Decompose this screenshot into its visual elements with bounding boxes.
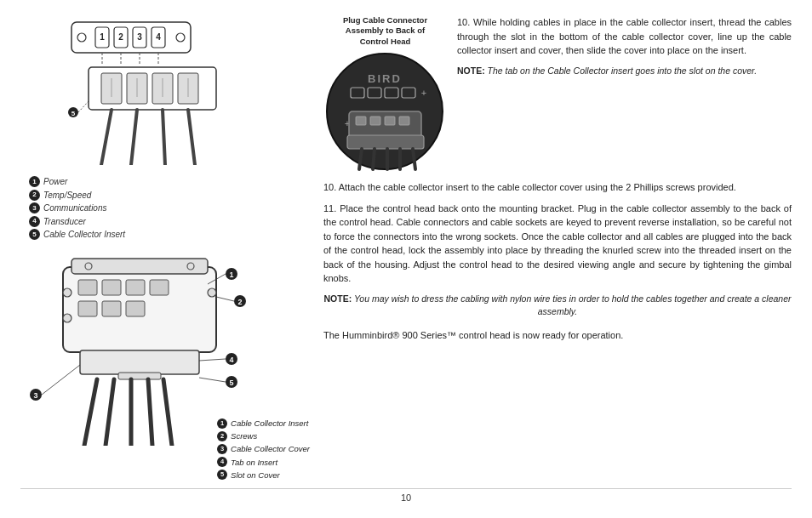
- svg-rect-77: [370, 117, 380, 125]
- svg-point-44: [63, 314, 71, 322]
- legend-label-3: Communications: [43, 202, 106, 215]
- svg-line-25: [131, 110, 137, 165]
- page-number: 10: [401, 492, 411, 503]
- legend-item-3: 3 Communications: [29, 202, 310, 215]
- page-container: 1 2 3 4: [0, 0, 812, 518]
- svg-rect-0: [71, 22, 191, 53]
- legend-num-5: 5: [29, 229, 40, 240]
- svg-rect-35: [78, 280, 97, 295]
- bottom-legend-num-4: 4: [217, 457, 227, 467]
- bottom-legend-label-3: Cable Collector Cover: [231, 442, 310, 455]
- svg-text:1: 1: [100, 32, 105, 42]
- svg-line-60: [42, 365, 80, 395]
- svg-text:2: 2: [237, 298, 242, 306]
- legend-num-4: 4: [29, 216, 40, 227]
- svg-point-2: [176, 33, 185, 42]
- legend-item-4: 4 Transducer: [29, 215, 310, 229]
- bottom-legend-label-5: Slot on Cover: [231, 469, 280, 481]
- svg-text:1: 1: [229, 270, 233, 279]
- bottom-legend-list: 1 Cable Collector Insert 2 Screws 3 Cabl…: [217, 417, 310, 481]
- legend-num-2: 2: [29, 190, 40, 201]
- svg-line-27: [188, 110, 195, 165]
- legend-label-4: Transducer: [43, 215, 86, 229]
- svg-text:5: 5: [229, 379, 233, 387]
- step10b-num: 10.: [323, 182, 339, 192]
- step11-num: 11.: [323, 203, 340, 213]
- svg-text:4: 4: [229, 356, 233, 364]
- svg-point-43: [208, 288, 216, 297]
- bottom-legend-num-3: 3: [217, 444, 227, 454]
- bottom-diagram-area: 1 2 3 4 5: [20, 250, 310, 482]
- svg-rect-45: [80, 350, 199, 374]
- note2-label: NOTE:: [323, 293, 352, 304]
- step10b-text: 10. Attach the cable collector insert to…: [323, 180, 792, 195]
- connector-head-diagram: 1 2 3 4: [46, 15, 216, 65]
- svg-text:BIRD: BIRD: [368, 72, 402, 85]
- page-footer: 10: [20, 488, 792, 503]
- plug-section: Plug Cable Connector Assembly to Back of…: [323, 15, 792, 174]
- svg-point-42: [63, 288, 71, 297]
- bottom-legend-num-5: 5: [217, 470, 227, 480]
- legend-item-5: 5 Cable Collector Insert: [29, 228, 310, 242]
- note2-content: You may wish to dress the cabling with n…: [352, 293, 791, 316]
- legend-num-1: 1: [29, 176, 40, 187]
- svg-rect-40: [102, 301, 121, 316]
- bottom-legend-label-1: Cable Collector Insert: [231, 417, 308, 430]
- bottom-cable-diagram: 1 2 3 4 5: [20, 250, 284, 446]
- svg-line-48: [106, 379, 114, 446]
- bottom-legend-num-2: 2: [217, 431, 227, 441]
- step10-num: 10.: [457, 17, 473, 27]
- svg-line-82: [373, 149, 375, 169]
- bottom-legend-item-4: 4 Tab on Insert: [217, 456, 310, 469]
- svg-text:3: 3: [33, 391, 37, 400]
- bottom-legend-num-1: 1: [217, 418, 227, 429]
- main-content: 1 2 3 4: [20, 15, 792, 481]
- legend-label-1: Power: [43, 175, 67, 189]
- left-column: 1 2 3 4: [20, 15, 310, 481]
- legend-item-2: 2 Temp/Speed: [29, 189, 310, 202]
- plug-back-diagram: BIRD + +: [323, 50, 447, 174]
- step10-block: 10. While holding cables in place in the…: [457, 15, 792, 174]
- step10b-content: Attach the cable collector insert to the…: [339, 182, 736, 192]
- svg-line-51: [163, 379, 172, 446]
- svg-line-47: [84, 379, 97, 446]
- cable-connector-assembly-diagram: 5: [54, 63, 259, 165]
- svg-line-30: [78, 101, 89, 112]
- legend-label-5: Cable Collector Insert: [43, 228, 125, 242]
- svg-line-24: [101, 110, 112, 165]
- legend-item-1: 1 Power: [29, 175, 310, 189]
- plug-diagram-area: Plug Cable Connector Assembly to Back of…: [323, 15, 447, 174]
- right-column: Plug Cable Connector Assembly to Back of…: [310, 15, 792, 481]
- svg-rect-37: [126, 280, 145, 295]
- bottom-legend-item-3: 3 Cable Collector Cover: [217, 442, 310, 455]
- svg-line-26: [163, 110, 165, 165]
- svg-line-66: [199, 378, 226, 382]
- svg-text:2: 2: [118, 32, 123, 42]
- svg-line-63: [199, 359, 226, 361]
- svg-rect-41: [126, 301, 145, 316]
- step10-text: 10. While holding cables in place in the…: [457, 15, 792, 58]
- svg-line-50: [148, 379, 152, 446]
- final-text: The Humminbird® 900 Series™ control head…: [323, 328, 792, 343]
- plug-caption: Plug Cable Connector Assembly to Back of…: [335, 15, 437, 47]
- svg-rect-46: [118, 373, 161, 379]
- step11-text: 11. Place the control head back onto the…: [323, 202, 792, 286]
- step11-content: Place the control head back onto the mou…: [323, 203, 792, 284]
- bottom-legend-item-2: 2 Screws: [217, 430, 310, 442]
- note1-label: NOTE:: [457, 65, 485, 76]
- svg-rect-39: [78, 301, 97, 316]
- top-diagram-area: 1 2 3 4: [46, 15, 310, 165]
- svg-text:+: +: [421, 88, 426, 98]
- svg-rect-78: [385, 117, 395, 125]
- note1-text: NOTE: The tab on the Cable Collector ins…: [457, 65, 792, 77]
- top-legend-list: 1 Power 2 Temp/Speed 3 Communications 4 …: [29, 175, 310, 242]
- svg-text:5: 5: [71, 110, 76, 117]
- bottom-legend-item-5: 5 Slot on Cover: [217, 469, 310, 481]
- note1-content: The tab on the Cable Collector insert go…: [485, 65, 757, 76]
- bottom-legend-label-4: Tab on Insert: [231, 456, 277, 469]
- bottom-legend-label-2: Screws: [231, 430, 257, 442]
- svg-rect-80: [347, 135, 424, 149]
- svg-text:4: 4: [156, 32, 161, 42]
- bottom-legend-item-1: 1 Cable Collector Insert: [217, 417, 310, 430]
- svg-rect-36: [102, 280, 121, 295]
